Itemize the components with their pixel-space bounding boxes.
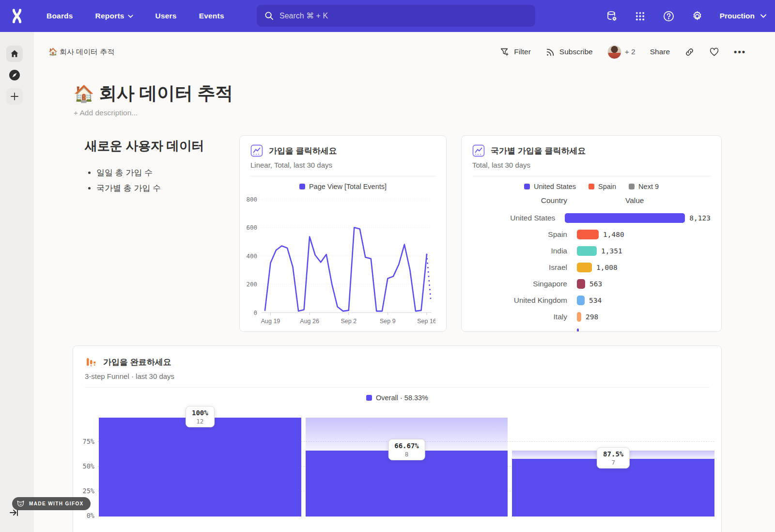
filter-icon — [500, 47, 510, 57]
svg-text:0: 0 — [253, 309, 257, 316]
chevron-down-icon — [760, 14, 766, 18]
chevron-down-icon — [128, 15, 133, 18]
country-value: 298 — [586, 313, 598, 321]
nav-item-boards[interactable]: Boards — [46, 12, 73, 20]
country-bar[interactable] — [577, 312, 581, 322]
mixpanel-logo-icon[interactable] — [9, 8, 25, 24]
funnel-step-bar[interactable]: 87.5%7 — [512, 397, 714, 516]
country-bar-card[interactable]: 국가별 가입을 클릭하세요 Total, last 30 days United… — [461, 135, 722, 332]
nav-item-reports[interactable]: Reports — [95, 12, 133, 20]
country-value: 8,123 — [689, 214, 711, 222]
column-value: Value — [625, 196, 644, 205]
home-icon[interactable] — [6, 46, 23, 62]
collaborators[interactable]: + 2 — [607, 45, 636, 59]
legend-swatch — [299, 184, 305, 189]
country-bar[interactable] — [577, 296, 585, 305]
svg-text:Aug 26: Aug 26 — [300, 318, 319, 325]
top-navbar: Boards Reports Users Events Search ⌘ + K — [0, 0, 775, 32]
copy-link-button[interactable] — [684, 47, 695, 57]
funnel-ytick: 0% — [73, 512, 94, 519]
avatar-more-count: + 2 — [625, 47, 636, 56]
svg-text:Sep 16: Sep 16 — [417, 318, 435, 325]
line-chart-plot[interactable]: 8006004002000Aug 19Aug 26Sep 2Sep 9Sep 1… — [240, 192, 446, 332]
card-subtitle: Linear, Total, last 30 days — [250, 161, 435, 169]
legend-next-9[interactable]: Next 9 — [629, 183, 659, 190]
funnel-card[interactable]: 가입을 완료하세요 3-step Funnel · last 30 days O… — [73, 345, 722, 532]
subscribe-button[interactable]: Subscribe — [545, 47, 593, 57]
country-label: Spain — [472, 230, 567, 239]
card-title: 가입을 클릭하세요 — [269, 145, 337, 156]
card-subtitle: Total, last 30 days — [472, 161, 711, 169]
country-bar[interactable] — [577, 246, 597, 256]
country-bar[interactable] — [577, 230, 599, 239]
country-bar[interactable] — [577, 279, 585, 289]
bullet-item: 일일 총 가입 수 — [96, 167, 245, 178]
help-icon[interactable] — [663, 10, 675, 22]
country-label: Singapore — [472, 280, 567, 288]
country-row[interactable]: United States8,123 — [472, 210, 711, 226]
main-content: 🏠 회사 데이터 추적 Filter Subscribe + 2 Share — [34, 32, 775, 532]
legend-united-states[interactable]: United States — [524, 183, 576, 190]
add-description-button[interactable]: + Add description... — [74, 109, 138, 117]
funnel-step-badge: 100%12 — [186, 406, 215, 427]
text-card-bullets: 일일 총 가입 수 국가별 총 가입 수 — [96, 167, 245, 194]
country-row[interactable]: Italy298 — [472, 309, 711, 325]
funnel-ytick: 50% — [73, 462, 94, 470]
funnel-chart-icon — [85, 356, 97, 368]
legend-spain[interactable]: Spain — [589, 183, 616, 190]
discover-compass-icon[interactable] — [6, 67, 23, 83]
country-row[interactable]: United Kingdom534 — [472, 292, 711, 309]
project-selector[interactable]: Prouction — [720, 12, 766, 20]
share-button[interactable]: Share — [650, 47, 670, 56]
settings-gear-icon[interactable] — [691, 10, 704, 22]
country-bar[interactable] — [565, 213, 685, 223]
funnel-converted-area — [306, 451, 508, 516]
funnel-step-pct: 66.67% — [394, 442, 419, 450]
mixpanel-dashboard: Boards Reports Users Events Search ⌘ + K — [0, 0, 775, 532]
svg-text:Aug 19: Aug 19 — [261, 318, 280, 325]
funnel-plot: 75%50%25%0%100%1266.67%887.5%7 — [91, 397, 714, 516]
filter-button[interactable]: Filter — [500, 47, 530, 57]
svg-text:Sep 9: Sep 9 — [380, 318, 396, 325]
funnel-ytick: 75% — [73, 438, 94, 445]
nav-item-users[interactable]: Users — [155, 12, 177, 20]
column-country: Country — [472, 196, 567, 205]
country-value: 534 — [589, 297, 602, 304]
line-chart-card[interactable]: 가입을 클릭하세요 Linear, Total, last 30 days Pa… — [239, 135, 447, 332]
country-row[interactable]: Spain1,480 — [472, 226, 711, 243]
add-plus-icon[interactable] — [6, 88, 23, 105]
legend-page-view[interactable]: Page View [Total Events] — [299, 183, 387, 190]
country-table-header: Country Value — [472, 196, 711, 205]
funnel-step-bar[interactable]: 66.67%8 — [306, 397, 508, 516]
country-value: 563 — [589, 280, 602, 288]
country-bar-list: United States8,123Spain1,480India1,351Is… — [472, 210, 711, 332]
favorite-button[interactable] — [709, 47, 719, 57]
country-value: 1,008 — [596, 264, 618, 271]
apps-grid-icon[interactable] — [634, 10, 647, 22]
funnel-step-count: 12 — [192, 418, 208, 425]
more-options-button[interactable]: ••• — [734, 47, 746, 57]
svg-text:200: 200 — [246, 281, 257, 288]
search-input[interactable]: Search ⌘ + K — [257, 5, 535, 27]
funnel-step-count: 8 — [394, 451, 419, 458]
country-row[interactable]: Israel1,008 — [472, 259, 711, 276]
country-row[interactable]: Singapore563 — [472, 276, 711, 292]
nav-item-events[interactable]: Events — [199, 12, 224, 20]
funnel-ytick: 25% — [73, 487, 94, 495]
country-value: 1,480 — [603, 231, 624, 238]
line-chart-icon — [472, 144, 485, 157]
svg-text:600: 600 — [246, 224, 257, 231]
text-card[interactable]: 새로운 사용자 데이터 일일 총 가입 수 국가별 총 가입 수 — [85, 138, 245, 198]
home-emoji: 🏠 — [74, 84, 94, 103]
card-title: 국가별 가입을 클릭하세요 — [491, 145, 586, 156]
funnel-step-badge: 66.67%8 — [388, 439, 425, 460]
data-management-icon[interactable] — [605, 10, 618, 22]
breadcrumb[interactable]: 🏠 회사 데이터 추적 — [48, 47, 114, 57]
country-bar[interactable] — [577, 263, 592, 272]
text-card-heading: 새로운 사용자 데이터 — [85, 138, 245, 155]
funnel-converted-area — [99, 418, 301, 516]
card-title: 가입을 완료하세요 — [103, 357, 171, 368]
avatar — [607, 45, 621, 59]
funnel-step-bar[interactable]: 100%12 — [99, 397, 301, 516]
country-row[interactable]: India1,351 — [472, 243, 711, 259]
